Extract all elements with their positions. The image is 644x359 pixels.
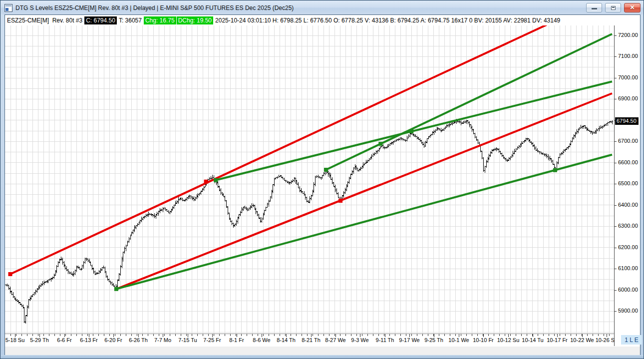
date-axis-tick <box>378 334 379 336</box>
date-axis-label: 6-13 Fr <box>80 337 97 343</box>
date-axis-tick <box>38 334 38 336</box>
date-axis-tick <box>406 334 406 336</box>
minimize-button[interactable] <box>586 3 602 12</box>
trendline-anchor-marker[interactable] <box>378 142 382 146</box>
date-axis-tick <box>296 334 297 336</box>
date-axis-label: 5-29 Th <box>30 337 49 343</box>
price-axis-tick <box>615 56 617 57</box>
trendline-anchor-marker[interactable] <box>204 180 208 184</box>
date-axis-tick <box>10 334 11 336</box>
price-axis-tick <box>615 248 617 248</box>
date-axis-label: 8-1 Fr <box>229 337 244 343</box>
price-axis-tick <box>615 141 617 142</box>
app-icon <box>4 4 12 12</box>
date-axis-tick <box>27 334 27 336</box>
dchg-badge: DChg: 19.50 <box>177 16 213 24</box>
date-axis-tick <box>280 334 280 336</box>
date-axis-label: 8-21 Th <box>302 337 321 343</box>
chart-client-area: ESZ25-CME[M] Rev. 80t #3 C: 6794.50 T: 3… <box>4 14 641 356</box>
trendline-anchor-marker[interactable] <box>8 272 12 276</box>
date-axis-tick <box>510 334 511 336</box>
price-chart-plot[interactable] <box>5 25 614 334</box>
date-axis-tick <box>175 334 176 336</box>
price-axis-label: 6700.00 <box>618 138 638 144</box>
window-frame-edge <box>1 355 644 358</box>
date-axis-tick <box>71 334 71 336</box>
date-axis-tick <box>16 334 16 336</box>
price-axis-label: 6600.00 <box>618 159 638 165</box>
date-axis-tick <box>411 334 412 336</box>
date-axis-label: 6-20 Fr <box>104 337 122 343</box>
date-axis-tick <box>560 334 560 336</box>
date-axis[interactable]: 5-18 Su5-29 Th6-6 Fr6-13 Fr6-20 Fr6-26 T… <box>5 334 614 346</box>
date-axis-label: 9-3 We <box>351 337 368 343</box>
date-axis-label: 6-26 Th <box>129 337 148 343</box>
date-axis-tick <box>609 334 610 336</box>
date-axis-tick <box>455 334 456 336</box>
trendline-anchor-marker[interactable] <box>324 168 328 172</box>
date-axis-tick <box>153 334 154 336</box>
date-axis-tick <box>565 334 566 336</box>
date-axis-tick <box>307 334 308 336</box>
date-axis-label: 8-14 Th <box>277 337 296 343</box>
date-axis-tick <box>258 334 258 336</box>
titlebar[interactable]: DTG S Levels ESZ25-CME[M] Rev. 80t #3 | … <box>1 1 644 14</box>
date-axis-tick <box>362 334 362 336</box>
date-axis-tick <box>241 334 242 336</box>
date-axis-tick <box>329 334 329 336</box>
date-axis-label: 8-6 We <box>253 337 270 343</box>
date-axis-tick <box>313 334 313 336</box>
close-button[interactable]: ✕ <box>624 3 641 12</box>
date-axis-tick <box>181 334 181 336</box>
date-axis-tick <box>159 334 159 336</box>
date-axis-tick <box>323 334 324 336</box>
price-axis-label: 7200.00 <box>618 32 638 38</box>
date-axis-tick <box>263 334 264 336</box>
date-axis-tick <box>164 334 165 336</box>
date-axis-tick <box>472 334 472 336</box>
date-axis-tick <box>148 334 148 336</box>
bar-status-badge: 1 L E <box>621 335 642 345</box>
price-axis-tick <box>615 290 617 291</box>
date-axis-tick <box>516 334 516 336</box>
date-axis-label: 9-17 We <box>399 337 419 343</box>
date-axis-label: 8-27 We <box>325 337 345 343</box>
date-axis-tick <box>142 334 143 336</box>
price-axis-tick <box>615 226 617 227</box>
date-axis-tick <box>21 334 22 336</box>
restore-icon <box>611 6 616 10</box>
date-axis-tick <box>351 334 351 336</box>
trendline-anchor-marker[interactable] <box>114 287 118 291</box>
date-axis-tick <box>488 334 489 336</box>
date-axis-tick <box>120 334 121 336</box>
date-axis-tick <box>87 334 88 336</box>
date-axis-tick <box>214 334 214 336</box>
symbol-label: ESZ25-CME[M] Rev. 80t #3 <box>7 17 82 24</box>
date-axis-label: 7-7 Mo <box>154 337 171 343</box>
date-axis-tick <box>98 334 99 336</box>
date-axis-tick <box>197 334 198 336</box>
date-axis-tick <box>345 334 346 336</box>
date-axis-tick <box>334 334 335 336</box>
trendline-anchor-marker[interactable] <box>553 168 557 172</box>
date-axis-tick <box>247 334 247 336</box>
close-icon: ✕ <box>630 4 635 11</box>
date-axis-label: 5-18 Su <box>5 337 25 343</box>
date-axis-tick <box>494 334 494 336</box>
date-axis-tick <box>417 334 417 336</box>
trendline-anchor-marker[interactable] <box>409 129 413 133</box>
restore-button[interactable] <box>605 3 621 12</box>
date-axis-tick <box>203 334 203 336</box>
trendline-anchor-marker[interactable] <box>214 178 218 182</box>
price-axis[interactable]: 7200.007100.007000.006900.006800.006700.… <box>614 25 640 346</box>
date-axis-tick <box>538 334 538 336</box>
date-axis-tick <box>543 334 544 336</box>
date-axis-tick <box>230 334 231 336</box>
date-axis-tick <box>318 334 319 336</box>
date-axis-tick <box>126 334 126 336</box>
horizontal-scrollbar-track[interactable] <box>5 346 640 356</box>
trendline-anchor-marker[interactable] <box>338 199 342 203</box>
date-axis-label: 10-22 We <box>570 337 594 343</box>
date-axis-tick <box>76 334 77 336</box>
date-axis-tick <box>554 334 555 336</box>
